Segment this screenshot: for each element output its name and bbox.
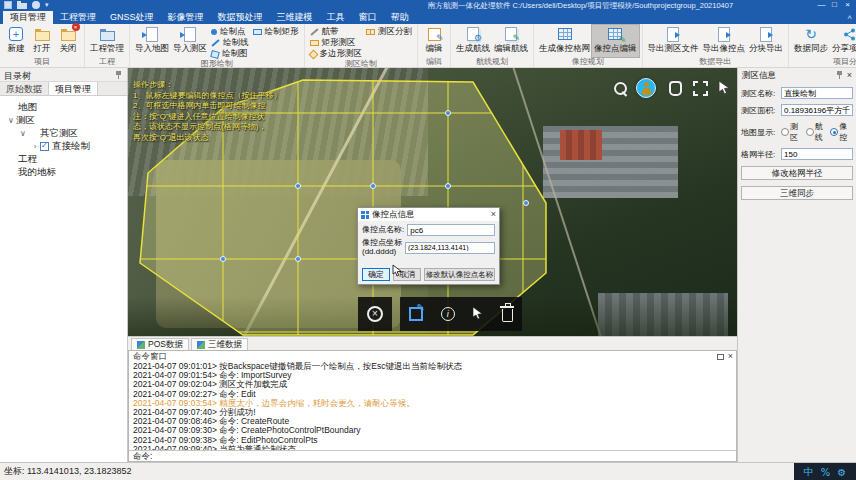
import-map-button[interactable]: 导入地图 xyxy=(133,25,171,59)
full-extent-icon[interactable] xyxy=(693,81,708,96)
draw-rect-icon xyxy=(253,29,262,35)
modify-default-name-button[interactable]: 修改默认像控点名称 xyxy=(424,268,495,281)
create-route-button[interactable]: 生成航线 xyxy=(454,25,492,57)
radio-selected-icon xyxy=(830,128,838,136)
pin-icon[interactable] xyxy=(115,71,122,79)
close-panel-icon[interactable] xyxy=(728,352,733,361)
pin-icon[interactable] xyxy=(836,72,843,80)
ok-button[interactable]: 确定 xyxy=(362,268,390,281)
tree-item-landmarks[interactable]: 我的地标 xyxy=(0,166,127,179)
create-route-icon xyxy=(467,27,479,41)
edit-route-button[interactable]: 编辑航线 xyxy=(492,25,530,57)
dialog-close-icon[interactable] xyxy=(491,210,496,219)
ime-toolbar[interactable]: 中 % ⚙ xyxy=(794,463,856,480)
user-icon[interactable] xyxy=(32,1,40,9)
data-sync-button[interactable]: 数据同步 xyxy=(792,25,830,57)
share-project-button[interactable]: 分享项目 xyxy=(830,25,856,57)
info-tool-icon[interactable] xyxy=(441,307,455,321)
tab-image-mgmt[interactable]: 影像管理 xyxy=(161,11,211,24)
expander-icon[interactable] xyxy=(18,129,28,138)
edit-tool-icon[interactable] xyxy=(409,307,423,321)
maximize-button[interactable]: □ xyxy=(828,0,841,10)
expander-icon[interactable] xyxy=(30,142,40,151)
minimize-button[interactable]: — xyxy=(815,0,828,10)
close-project-button[interactable]: ×关闭 xyxy=(55,25,81,57)
tree-item-survey[interactable]: 测区 xyxy=(0,114,127,127)
ime-settings-icon[interactable]: ⚙ xyxy=(837,467,846,478)
tab-3d-data[interactable]: 三维数据 xyxy=(191,338,248,350)
radio-icon xyxy=(781,128,789,136)
folder-icon[interactable] xyxy=(17,3,27,9)
draw-shape-icon xyxy=(210,50,220,59)
survey-area-input[interactable] xyxy=(781,104,853,116)
collapse-ribbon-icon[interactable] xyxy=(847,13,852,22)
tab-tools[interactable]: 工具 xyxy=(320,11,352,24)
draw-line-button[interactable]: 绘制线 xyxy=(211,38,249,48)
close-draw-mode-icon[interactable] xyxy=(367,306,383,322)
tab-preprocess[interactable]: 数据预处理 xyxy=(211,11,270,24)
tab-window[interactable]: 窗口 xyxy=(352,11,384,24)
eng-manage-button[interactable]: 工程管理 xyxy=(88,25,126,57)
radio-survey[interactable]: 测区 xyxy=(781,121,804,143)
export-survey-file-button[interactable]: 导出测区文件 xyxy=(646,25,701,57)
sidebar-tab-project-mgmt[interactable]: 项目管理 xyxy=(49,82,98,95)
radio-photo-control[interactable]: 像控 xyxy=(830,121,853,143)
tab-project-mgmt[interactable]: 项目管理 xyxy=(3,11,53,24)
ime-fullwidth-icon[interactable]: % xyxy=(821,467,831,478)
tree-item-other-survey[interactable]: 其它测区 xyxy=(0,127,127,140)
pan-hand-icon[interactable] xyxy=(669,81,682,96)
poly-survey-button[interactable]: 多边形测区 xyxy=(310,49,363,59)
locate-icon[interactable] xyxy=(636,78,656,98)
log-line: 2021-04-07 09:01:54> 命令: ImportSurvey xyxy=(133,371,732,380)
command-prompt[interactable]: 命令: xyxy=(129,450,736,461)
open-button[interactable]: 打开 xyxy=(29,25,55,57)
export-blocks-button[interactable]: 分块导出 xyxy=(747,25,785,57)
dialog-title-bar[interactable]: 像控点信息 xyxy=(358,208,499,221)
split-survey-button[interactable]: 测区分割 xyxy=(366,27,412,37)
survey-name-input[interactable] xyxy=(781,87,853,99)
draw-point-button[interactable]: 绘制点 xyxy=(211,27,249,37)
close-button[interactable]: × xyxy=(841,0,854,10)
checkbox-checked-icon[interactable] xyxy=(40,142,49,151)
sidebar-tab-raw-data[interactable]: 原始数据 xyxy=(0,82,49,95)
dialog-title: 像控点信息 xyxy=(372,209,488,221)
new-button[interactable]: 新建 xyxy=(3,25,29,57)
sync-3d-button[interactable]: 三维同步 xyxy=(741,186,853,200)
draw-shape-button[interactable]: 绘制图 xyxy=(211,49,249,59)
tab-3d-model[interactable]: 三维建模 xyxy=(270,11,320,24)
ime-language-indicator[interactable]: 中 xyxy=(804,465,814,479)
tab-help[interactable]: 帮助 xyxy=(384,11,416,24)
tab-eng-mgmt[interactable]: 工程管理 xyxy=(53,11,103,24)
edit-photo-points-button[interactable]: 像控点编辑 xyxy=(592,25,639,57)
catalog-sidebar: 目录树 原始数据 项目管理 地图 测区 其它测区 直接绘制 工程 我的地标 xyxy=(0,68,128,462)
float-panel-icon[interactable] xyxy=(717,354,724,360)
tree-item-map[interactable]: 地图 xyxy=(0,101,127,114)
group-survey-draw: 航带 矩形测区 多边形测区 测区分割 测区绘制 xyxy=(305,24,419,67)
import-survey-button[interactable]: 导入测区 xyxy=(171,25,209,59)
map-viewport[interactable]: 操作步骤： 1、鼠标左键要编辑的像控点（按住平移） 2、可框选中格网内单击即可绘… xyxy=(128,68,737,336)
tree-item-engineering[interactable]: 工程 xyxy=(0,153,127,166)
point-coord-input[interactable] xyxy=(405,242,495,254)
tree-item-direct-draw[interactable]: 直接绘制 xyxy=(0,140,127,153)
trash-icon[interactable] xyxy=(502,309,513,322)
radio-route[interactable]: 航线 xyxy=(806,121,829,143)
draw-rect-button[interactable]: 绘制矩形 xyxy=(253,27,299,37)
rect-survey-button[interactable]: 矩形测区 xyxy=(310,38,363,48)
flight-belt-button[interactable]: 航带 xyxy=(310,27,363,37)
edit-button[interactable]: 编辑 xyxy=(421,25,447,57)
grid-radius-input[interactable] xyxy=(781,148,853,160)
cursor-tool-icon[interactable] xyxy=(472,306,484,322)
tab-gnss[interactable]: GNSS处理 xyxy=(103,11,161,24)
expander-icon[interactable] xyxy=(6,116,16,125)
close-panel-icon[interactable] xyxy=(847,71,852,80)
point-name-input[interactable] xyxy=(407,224,495,236)
select-cursor-icon[interactable] xyxy=(718,80,731,97)
modify-grid-radius-button[interactable]: 修改格网半径 xyxy=(741,166,853,180)
log-lines[interactable]: 2021-04-07 09:01:01> 按Backspace键撤销最后一个绘制… xyxy=(129,361,736,454)
export-photo-points-button[interactable]: 导出像控点 xyxy=(701,25,748,57)
chevron-down-icon[interactable] xyxy=(45,1,49,9)
tab-pos-data[interactable]: POS数据 xyxy=(131,338,189,350)
save-icon[interactable] xyxy=(4,1,12,9)
search-icon[interactable] xyxy=(614,82,629,97)
create-photo-grid-button[interactable]: 生成像控格网 xyxy=(537,25,592,57)
